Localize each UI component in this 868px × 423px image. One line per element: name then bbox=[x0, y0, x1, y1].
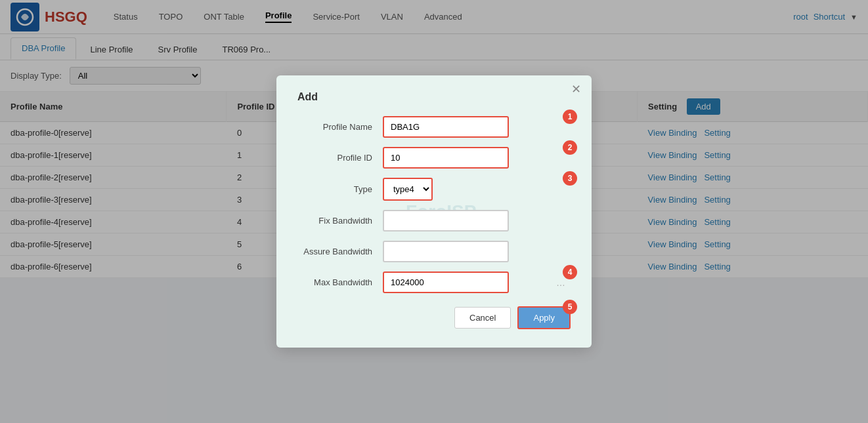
type-label: Type bbox=[297, 184, 383, 194]
add-dialog: Add ✕ ForoISP Profile Name 1 Profile ID … bbox=[276, 75, 592, 278]
fix-bw-input[interactable] bbox=[383, 210, 509, 232]
profile-name-input[interactable] bbox=[383, 116, 509, 138]
fix-bw-row: Fix Bandwidth bbox=[297, 210, 571, 232]
max-bw-label: Max Bandwidth bbox=[297, 277, 383, 278]
close-button[interactable]: ✕ bbox=[571, 83, 581, 95]
badge-4: 4 bbox=[563, 265, 577, 278]
badge-3: 3 bbox=[563, 171, 577, 186]
type-select[interactable]: type4 type1 type2 type3 bbox=[383, 178, 433, 201]
type-row: Type type4 type1 type2 type3 3 bbox=[297, 178, 571, 201]
type-select-wrapper: type4 type1 type2 type3 3 bbox=[383, 178, 571, 201]
assure-bw-input-wrapper bbox=[383, 241, 571, 262]
fix-bw-input-wrapper bbox=[383, 210, 571, 232]
profile-id-input[interactable] bbox=[383, 147, 509, 169]
profile-name-label: Profile Name bbox=[297, 122, 383, 132]
profile-id-label: Profile ID bbox=[297, 153, 383, 163]
assure-bw-input[interactable] bbox=[383, 241, 509, 262]
assure-bw-row: Assure Bandwidth bbox=[297, 241, 571, 262]
dialog-title: Add bbox=[297, 91, 571, 103]
max-bw-input[interactable] bbox=[383, 272, 509, 278]
profile-id-input-wrapper: 2 bbox=[383, 147, 571, 169]
assure-bw-label: Assure Bandwidth bbox=[297, 247, 383, 256]
profile-name-row: Profile Name 1 bbox=[297, 116, 571, 138]
info-icon: … bbox=[556, 277, 565, 279]
profile-name-input-wrapper: 1 bbox=[383, 116, 571, 138]
modal-overlay: Add ✕ ForoISP Profile Name 1 Profile ID … bbox=[0, 0, 868, 278]
profile-id-row: Profile ID 2 bbox=[297, 147, 571, 169]
badge-1: 1 bbox=[563, 110, 577, 124]
fix-bw-label: Fix Bandwidth bbox=[297, 216, 383, 226]
max-bw-row: Max Bandwidth … 4 bbox=[297, 272, 571, 278]
badge-2: 2 bbox=[563, 140, 577, 155]
max-bw-input-wrapper: … 4 bbox=[383, 272, 571, 278]
